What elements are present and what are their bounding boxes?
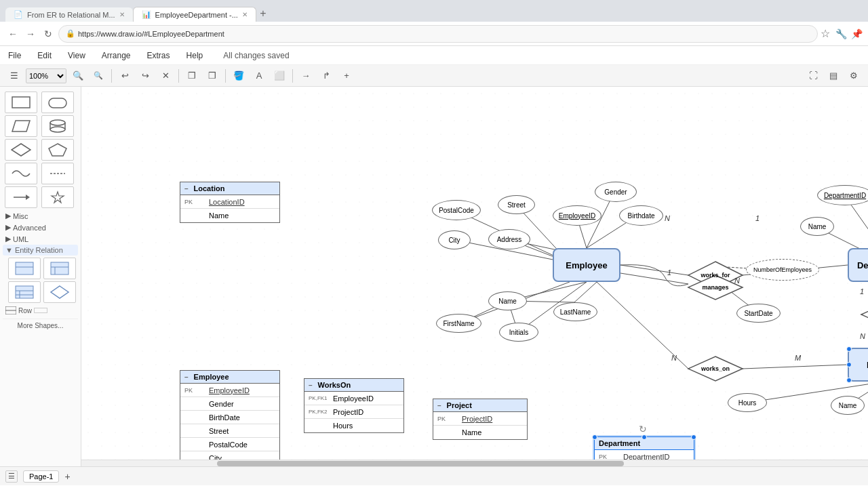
border-btn[interactable]: ⬜: [271, 67, 288, 85]
insert-btn[interactable]: +: [338, 67, 355, 85]
firstname-label: FirstName: [443, 320, 474, 327]
sidebar-row-btn[interactable]: Row: [3, 305, 78, 316]
bookmark-btn[interactable]: ☆: [821, 27, 830, 40]
sidebar-misc[interactable]: ▶Misc: [3, 210, 78, 222]
employee-table[interactable]: – Employee PK EmployeeID Gender BirthDat…: [180, 370, 280, 466]
shape-star[interactable]: [41, 186, 74, 208]
menu-view[interactable]: View: [65, 49, 88, 62]
canvas[interactable]: – Location PK LocationID Name Employee D…: [81, 87, 868, 466]
font-color-btn[interactable]: A: [250, 67, 268, 85]
shape-process[interactable]: [5, 115, 37, 137]
name-proj-attr[interactable]: Name: [831, 396, 865, 415]
menu-arrange[interactable]: Arrange: [99, 49, 134, 62]
er-table3-shape[interactable]: [8, 281, 41, 303]
new-tab-btn[interactable]: +: [256, 5, 270, 22]
birthdate-attr[interactable]: Birthdate: [619, 205, 663, 226]
fill-color-btn[interactable]: 🪣: [230, 67, 248, 85]
page-tab-1[interactable]: Page-1: [23, 470, 59, 483]
lastname-attr[interactable]: LastName: [553, 302, 597, 321]
numemployees-attr[interactable]: NumberOfEmployees: [746, 259, 819, 281]
location-table[interactable]: – Location PK LocationID Name: [180, 182, 280, 223]
sidebar-advanced[interactable]: ▶Advanced: [3, 222, 78, 233]
initials-attr[interactable]: Initials: [499, 323, 538, 342]
emp-field-2: Gender: [209, 400, 234, 408]
tab2-close[interactable]: ✕: [242, 11, 248, 18]
workson-minimize-btn[interactable]: –: [309, 382, 313, 389]
location-minimize-btn[interactable]: –: [184, 185, 189, 192]
department-entity[interactable]: Department: [848, 248, 868, 282]
project-table[interactable]: – Project PK ProjectID Name: [433, 399, 528, 440]
shape-rect[interactable]: [5, 92, 37, 113]
street-attr[interactable]: Street: [498, 195, 535, 214]
delete-btn[interactable]: ✕: [157, 67, 174, 85]
extension-1[interactable]: 🔧: [835, 28, 847, 39]
zoom-select[interactable]: 100% 75% 150%: [26, 68, 66, 83]
project-minimize-btn[interactable]: –: [437, 402, 441, 409]
page-options-btn[interactable]: ☰: [5, 470, 18, 483]
name-dept-attr[interactable]: Name: [800, 217, 834, 236]
format-btn[interactable]: ▤: [825, 67, 842, 85]
waypoint-btn[interactable]: ↱: [317, 67, 335, 85]
er-relation-shape[interactable]: [43, 281, 76, 303]
project-entity[interactable]: Project: [848, 348, 868, 382]
sidebar-er[interactable]: ▼Entity Relation: [3, 245, 78, 256]
shape-arrow[interactable]: [5, 186, 37, 208]
shape-cylinder[interactable]: [41, 115, 74, 137]
settings-btn[interactable]: ⚙: [845, 67, 863, 85]
more-shapes-btn[interactable]: More Shapes...: [3, 319, 78, 332]
url-display[interactable]: https://www.draw.io/#LEmployeeDepartment: [78, 30, 224, 38]
hours-attr[interactable]: Hours: [728, 393, 767, 412]
tab-2[interactable]: 📊 EmployeeDepartment -... ✕: [133, 7, 256, 22]
shape-pentagon[interactable]: [41, 139, 74, 161]
project-field-2: Name: [462, 428, 481, 436]
workson-table[interactable]: – WorksOn PK,FK1 EmployeeID PK,FK2 Proje…: [304, 378, 404, 433]
workson-row-2: PK,FK2 ProjectID: [304, 405, 403, 419]
name-emp-attr[interactable]: Name: [488, 291, 527, 310]
employee-minimize-btn[interactable]: –: [184, 373, 189, 381]
tab-1[interactable]: 📄 From ER to Relational M... ✕: [5, 7, 133, 22]
gender-attr[interactable]: Gender: [595, 182, 637, 202]
location-row-2: Name: [180, 209, 279, 222]
forward-btn[interactable]: →: [23, 26, 38, 41]
redo-btn[interactable]: ↪: [136, 67, 154, 85]
shape-diamond[interactable]: [5, 139, 37, 161]
er-table-shape[interactable]: [8, 258, 41, 279]
paste-btn[interactable]: ❒: [203, 67, 221, 85]
sidebar-uml[interactable]: ▶UML: [3, 233, 78, 245]
emp-row-2: Gender: [180, 397, 279, 411]
fullscreen-btn[interactable]: ⛶: [804, 67, 822, 85]
menu-file[interactable]: File: [5, 49, 24, 62]
reload-btn[interactable]: ↻: [41, 26, 56, 41]
undo-btn[interactable]: ↩: [116, 67, 134, 85]
shape-connector[interactable]: [41, 163, 74, 184]
employee-entity[interactable]: Employee: [553, 248, 620, 282]
dept-refresh-icon[interactable]: ↻: [639, 424, 647, 434]
works-on-diamond[interactable]: works_on: [687, 355, 744, 382]
menu-help[interactable]: Help: [184, 49, 206, 62]
menu-extras[interactable]: Extras: [144, 49, 173, 62]
back-btn[interactable]: ←: [5, 26, 20, 41]
shape-wave[interactable]: [5, 163, 37, 184]
connector-btn[interactable]: →: [297, 67, 315, 85]
zoom-in-btn[interactable]: 🔍: [69, 67, 87, 85]
employeeid-attr[interactable]: EmployeeID: [553, 205, 601, 226]
postalcode-attr[interactable]: PostalCode: [432, 200, 481, 220]
add-page-btn[interactable]: +: [64, 471, 70, 482]
scrollbar-thumb[interactable]: [217, 461, 624, 466]
address-attr[interactable]: Address: [488, 229, 530, 249]
firstname-attr[interactable]: FirstName: [436, 314, 481, 333]
city-attr[interactable]: City: [438, 230, 471, 249]
shape-rounded[interactable]: [41, 92, 74, 113]
deptid-attr[interactable]: DepartmentID: [817, 185, 868, 205]
copy-btn[interactable]: ❒: [183, 67, 201, 85]
employee-table-title: Employee: [194, 373, 229, 381]
menu-toggle-btn[interactable]: ☰: [5, 67, 23, 85]
controls-diamond[interactable]: controls: [860, 301, 868, 328]
er-table2-shape[interactable]: [43, 258, 76, 279]
startdate-attr[interactable]: StartDate: [736, 304, 781, 323]
horizontal-scrollbar[interactable]: [81, 460, 868, 466]
zoom-out-btn[interactable]: 🔍: [90, 67, 107, 85]
menu-edit[interactable]: Edit: [35, 49, 54, 62]
tab1-close[interactable]: ✕: [119, 11, 125, 18]
extension-2[interactable]: 📌: [851, 28, 863, 39]
